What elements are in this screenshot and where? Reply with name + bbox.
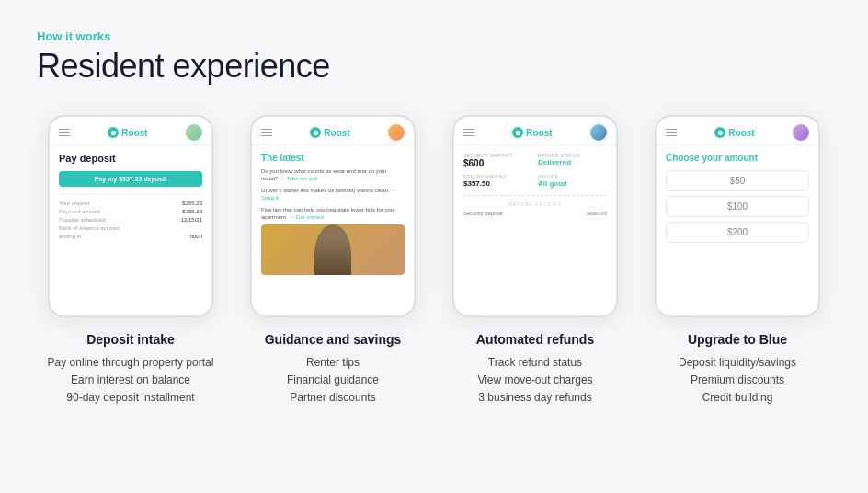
phone-header-1: Roost: [50, 117, 211, 145]
p2-person-illustration: [314, 224, 351, 275]
card-deposit-intake: Roost Pay deposit Pay my $357.23 deposit…: [37, 115, 224, 407]
p3-deposit-value: $600: [463, 158, 532, 168]
roost-logo-3: Roost: [512, 127, 552, 138]
roost-logo-icon-3: [512, 127, 523, 138]
card-item-2-1: Financial guidance: [265, 372, 402, 389]
card-info-1: Deposit intake Pay online through proper…: [48, 332, 214, 407]
p2-link-1[interactable]: → Take our poll: [280, 176, 318, 181]
page-title: Resident experience: [37, 47, 831, 86]
p3-receipt-row: Security deposit $600.00: [463, 211, 607, 216]
card-info-3: Automated refunds Track refund status Vi…: [476, 332, 594, 407]
card-item-2-2: Partner discounts: [265, 389, 402, 407]
p3-cell-status: REFUND STATUS Delivered: [538, 153, 607, 168]
p3-cell-deposit: SECURITY DEPOSIT $600: [463, 153, 532, 168]
card-title-2: Guidance and savings: [265, 332, 402, 347]
roost-logo-4: Roost: [714, 127, 754, 138]
p1-row-3: Transfer scheduled 12/15/21: [59, 217, 202, 223]
card-item-1-1: Earn interest on balance: [48, 372, 214, 389]
roost-logo-icon-1: [108, 127, 119, 138]
card-item-3-1: View move-out charges: [476, 372, 594, 389]
phone-body-3: SECURITY DEPOSIT $600 REFUND STATUS Deli…: [454, 145, 616, 224]
p1-row-4: Bank of America account: [59, 225, 202, 231]
card-item-1-0: Pay online through property portal: [48, 354, 214, 372]
card-title-4: Upgrade to Blue: [679, 332, 796, 347]
p1-title: Pay deposit: [59, 153, 202, 164]
card-item-4-2: Credit building: [679, 389, 796, 407]
card-title-3: Automated refunds: [476, 332, 594, 347]
p2-link-3[interactable]: → Get started: [289, 214, 323, 220]
phone-body-2: The latest Do you know what counts as we…: [252, 145, 414, 282]
phone-guidance: Roost The latest Do you know what counts…: [250, 115, 416, 317]
p3-receipt-section: REFUND RECEIPT Security deposit $600.00: [463, 195, 607, 216]
p1-divider: [59, 194, 202, 195]
p4-title: Choose your amount: [666, 153, 809, 163]
p1-label-2: Payment amount: [59, 209, 100, 214]
p2-text-2: Grover's starter kits makes us (almost) …: [261, 187, 405, 202]
p4-option-3[interactable]: $200: [666, 222, 809, 243]
card-item-3-2: 3 business day refunds: [476, 389, 594, 407]
p1-value-5: 5000: [190, 234, 202, 239]
p1-row-2: Payment amount $355.23: [59, 209, 202, 214]
p1-value-2: $355.23: [182, 209, 202, 214]
p1-row-1: Your deposit $355.23: [59, 201, 202, 206]
phone-body-1: Pay deposit Pay my $357.23 deposit Your …: [50, 145, 211, 249]
avatar-1: [186, 124, 202, 141]
p1-value-1: $355.23: [182, 201, 202, 206]
card-refunds: Roost SECURITY DEPOSIT $600 REFUND STATU…: [441, 115, 629, 407]
p1-value-3: 12/15/21: [181, 217, 202, 223]
avatar-3: [590, 124, 607, 141]
hamburger-icon: [59, 129, 70, 137]
phone-deposit-intake: Roost Pay deposit Pay my $357.23 deposit…: [48, 115, 213, 317]
avatar-4: [793, 124, 809, 141]
phone-header-4: Roost: [657, 117, 818, 145]
roost-logo-1: Roost: [108, 127, 147, 138]
p1-row-5: ending in 5000: [59, 234, 202, 239]
roost-logo-2: Roost: [310, 127, 349, 138]
p1-label-3: Transfer scheduled: [59, 217, 106, 223]
p3-receipt-item: Security deposit: [463, 211, 503, 216]
card-title-1: Deposit intake: [48, 332, 214, 347]
phone-refunds: Roost SECURITY DEPOSIT $600 REFUND STATU…: [452, 115, 618, 317]
p2-image: [261, 224, 405, 275]
card-item-4-1: Premium discounts: [679, 372, 796, 389]
phone-body-4: Choose your amount $50 $100 $200: [657, 145, 818, 255]
roost-logo-icon-2: [310, 127, 321, 138]
section-label: How it works: [37, 29, 831, 43]
p2-text-3: Five tips that can help you negotiate lo…: [261, 206, 405, 222]
avatar-2: [388, 124, 405, 141]
roost-logo-icon-4: [714, 127, 725, 138]
hamburger-icon-4: [666, 129, 677, 137]
p1-label-5: ending in: [59, 234, 81, 239]
hamburger-icon-3: [463, 129, 474, 137]
p2-blog-title: The latest: [261, 153, 405, 163]
p3-invoice-value: All good: [538, 179, 607, 188]
p3-receipt-label: REFUND RECEIPT: [463, 201, 607, 207]
card-info-2: Guidance and savings Renter tips Financi…: [265, 332, 402, 407]
card-item-2-0: Renter tips: [265, 354, 402, 372]
phone-header-3: Roost: [454, 117, 616, 145]
card-guidance: Roost The latest Do you know what counts…: [239, 115, 427, 407]
card-item-3-0: Track refund status: [476, 354, 594, 372]
p4-option-2[interactable]: $100: [666, 196, 809, 217]
card-upgrade: Roost Choose your amount $50 $100 $200 U…: [644, 115, 831, 407]
p3-amount-value: $357.50: [463, 179, 532, 188]
p1-label-1: Your deposit: [59, 201, 89, 206]
p1-btn[interactable]: Pay my $357.23 deposit: [59, 171, 202, 187]
p3-grid: SECURITY DEPOSIT $600 REFUND STATUS Deli…: [463, 153, 607, 188]
card-info-4: Upgrade to Blue Deposit liquidity/saving…: [679, 332, 796, 407]
phone-upgrade: Roost Choose your amount $50 $100 $200: [655, 115, 820, 317]
hamburger-icon-2: [261, 129, 272, 137]
p1-label-4: Bank of America account: [59, 225, 120, 231]
p2-text-1: Do you know what counts as wear and tear…: [261, 167, 405, 183]
card-item-1-2: 90-day deposit installment: [48, 389, 214, 407]
cards-row: Roost Pay deposit Pay my $357.23 deposit…: [37, 115, 831, 407]
p3-cell-amount: REFUND AMOUNT $357.50: [463, 174, 532, 188]
phone-header-2: Roost: [252, 117, 414, 145]
page-container: How it works Resident experience Roost P…: [0, 0, 868, 430]
p3-cell-invoice: INVOICE All good: [538, 174, 607, 188]
p4-option-1[interactable]: $50: [666, 170, 809, 191]
p3-receipt-value: $600.00: [587, 211, 607, 216]
card-item-4-0: Deposit liquidity/savings: [679, 354, 796, 372]
p3-status-value: Delivered: [538, 158, 607, 166]
